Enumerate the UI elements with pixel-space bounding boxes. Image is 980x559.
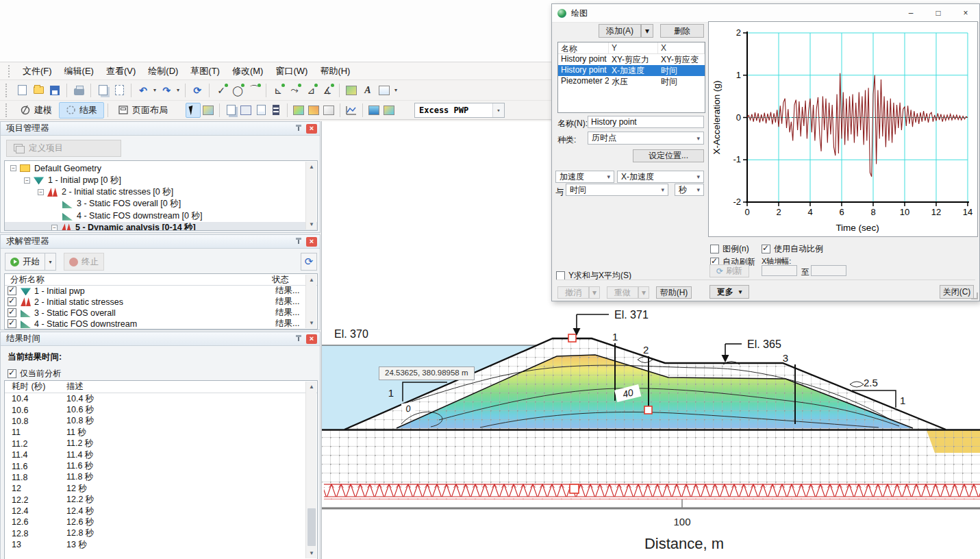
column-x[interactable]: X xyxy=(658,42,705,53)
start-solve-button[interactable]: 开始 ▾ xyxy=(5,253,56,271)
select-cursor-button[interactable] xyxy=(186,103,201,118)
column-name[interactable]: 名称 xyxy=(558,42,609,53)
scroll-thumb[interactable] xyxy=(307,508,316,546)
x-range-to-input[interactable] xyxy=(811,265,846,276)
water-table-button[interactable] xyxy=(366,103,381,118)
draw-regions-button[interactable]: ✓ xyxy=(213,82,229,99)
undo-dropdown[interactable]: ▾ xyxy=(589,286,600,299)
tree-expander-icon[interactable]: − xyxy=(38,189,44,195)
history-point-marker-crest[interactable] xyxy=(568,334,576,342)
graph-row[interactable]: Piezometer 2水压时间 xyxy=(558,76,705,87)
analysis-row[interactable]: 1 - Initial pwp结果... xyxy=(5,286,317,297)
add-graph-dropdown[interactable]: ▾ xyxy=(641,24,653,38)
tree-expander-icon[interactable]: − xyxy=(10,165,16,171)
column-elapsed-time[interactable]: 耗时 (秒) xyxy=(12,381,66,393)
tree-scrollbar[interactable]: ▲ ▼ xyxy=(305,162,316,229)
analysis-row[interactable]: 4 - Static FOS downstream结果... xyxy=(5,319,317,330)
open-file-button[interactable] xyxy=(30,82,47,99)
column-status[interactable]: 状态 xyxy=(272,274,289,286)
time-step-row[interactable]: 10.610.6 秒 xyxy=(5,404,317,415)
menu-modify[interactable]: 修改(M) xyxy=(226,62,270,80)
analysis-checkbox[interactable] xyxy=(8,297,16,306)
tree-item[interactable]: 3 - Static FOS overall [0 秒] xyxy=(5,198,317,210)
add-graph-button[interactable]: 添加(A) xyxy=(599,24,641,38)
pin-icon[interactable] xyxy=(294,237,303,247)
time-step-row[interactable]: 1313 秒 xyxy=(5,539,317,550)
redo-dropdown[interactable]: ▾ xyxy=(175,87,181,93)
close-button[interactable]: 关闭(C) xyxy=(940,285,974,299)
time-step-row[interactable]: 1111 秒 xyxy=(5,427,317,438)
draw-circle-button[interactable]: ◯ xyxy=(229,82,246,99)
analysis-checkbox[interactable] xyxy=(8,286,16,295)
scroll-down-icon[interactable]: ▼ xyxy=(306,548,317,558)
tree-item[interactable]: −1 - Initial pwp [0 秒] xyxy=(5,174,317,186)
graph-row[interactable]: History pointX-加速度时间 xyxy=(558,65,705,76)
sketch-axes-button[interactable]: ⊾ xyxy=(270,82,286,99)
history-point-marker-base[interactable] xyxy=(570,484,579,493)
refresh-analyses-button[interactable]: ⟳ xyxy=(301,253,317,271)
name-input[interactable]: History point xyxy=(588,116,704,128)
time-step-row[interactable]: 10.810.8 秒 xyxy=(5,416,317,427)
time-step-row[interactable]: 12.812.8 秒 xyxy=(5,528,317,539)
copy-drawing-button[interactable] xyxy=(223,103,238,118)
analysis-checkbox[interactable] xyxy=(8,319,16,328)
only-current-analysis-checkbox[interactable]: 仅当前分析 xyxy=(8,368,61,380)
menu-draw[interactable]: 绘制(D) xyxy=(142,62,184,80)
analysis-row[interactable]: 2 - Initial static stresses结果... xyxy=(5,297,317,308)
time-step-row[interactable]: 12.412.4 秒 xyxy=(5,506,317,517)
time-step-row[interactable]: 11.811.8 秒 xyxy=(5,472,317,483)
undo-button[interactable]: ↶ xyxy=(135,82,151,99)
pin-icon[interactable] xyxy=(294,334,303,344)
history-point-marker-mid[interactable] xyxy=(644,406,652,414)
animation-button[interactable] xyxy=(268,103,284,118)
time-step-row[interactable]: 11.611.6 秒 xyxy=(5,460,317,471)
scroll-down-icon[interactable]: ▼ xyxy=(306,318,317,328)
add-picture-button[interactable] xyxy=(343,82,360,99)
scroll-up-icon[interactable]: ▲ xyxy=(306,162,317,172)
start-dropdown[interactable]: ▾ xyxy=(45,253,55,270)
analysis-scrollbar[interactable]: ▲ ▼ xyxy=(305,275,316,328)
tree-item[interactable]: −2 - Initial static stresses [0 秒] xyxy=(5,186,317,198)
stop-solve-button[interactable]: 终止 xyxy=(64,253,104,271)
close-panel-button[interactable]: × xyxy=(306,237,317,247)
help-button[interactable]: 帮助(H) xyxy=(656,286,692,299)
paste-button[interactable] xyxy=(111,82,127,99)
time-step-row[interactable]: 11.211.2 秒 xyxy=(5,438,317,449)
scroll-up-icon[interactable]: ▲ xyxy=(306,382,317,392)
time-scrollbar[interactable]: ▲ ▼ xyxy=(305,382,316,558)
set-location-button[interactable]: 设定位置... xyxy=(633,149,704,162)
refresh-graph-button[interactable]: ⟳刷新 xyxy=(709,264,749,277)
time-step-row[interactable]: 10.410.4 秒 xyxy=(5,393,317,404)
auto-scale-checkbox[interactable]: 使用自动比例 xyxy=(762,243,823,255)
add-graph-dropdown[interactable]: ▾ xyxy=(392,87,399,93)
legend-checkbox[interactable]: 图例(n) xyxy=(710,243,749,255)
time-step-row[interactable]: 12.212.2 秒 xyxy=(5,495,317,506)
graph-row[interactable]: History point ...XY-剪应力XY-剪应变 xyxy=(558,54,705,65)
copy-button[interactable] xyxy=(95,82,111,99)
graph-list[interactable]: 名称 Y X History point ...XY-剪应力XY-剪应变Hist… xyxy=(557,42,705,113)
tree-item[interactable]: −Default Geometry xyxy=(5,162,317,174)
draw-contours-button[interactable] xyxy=(291,103,306,118)
x-quantity-select[interactable]: 时间▾ xyxy=(566,184,668,196)
sketch-angle-button[interactable]: ∡ xyxy=(319,82,336,99)
mode-page-layout-button[interactable]: 页面布局 xyxy=(112,102,175,119)
menu-edit[interactable]: 编辑(E) xyxy=(58,62,100,80)
redo-button[interactable]: ↷ xyxy=(158,82,175,99)
analysis-checkbox[interactable] xyxy=(8,308,16,317)
draw-graph-dialog[interactable]: 绘图 – □ × 添加(A) ▾ 删除 名称 Y X History point… xyxy=(551,3,980,301)
redo-dropdown[interactable]: ▾ xyxy=(638,286,649,299)
close-dialog-button[interactable]: × xyxy=(952,4,979,22)
more-button[interactable]: 更多▾ xyxy=(709,285,749,299)
pin-icon[interactable] xyxy=(294,124,303,134)
sketch-polyline-button[interactable]: ⤳ xyxy=(286,82,303,99)
close-panel-button[interactable]: × xyxy=(306,334,317,344)
mode-results-button[interactable]: 结果 xyxy=(59,102,104,119)
time-step-row[interactable]: 1212 秒 xyxy=(5,483,317,494)
report-button[interactable] xyxy=(253,103,268,118)
time-step-row[interactable]: 11.411.4 秒 xyxy=(5,449,317,460)
resize-grip[interactable] xyxy=(971,293,978,299)
window-layout-button[interactable] xyxy=(238,103,253,118)
add-graph-button[interactable] xyxy=(376,82,392,99)
zoom-region-button[interactable] xyxy=(201,103,216,118)
y-component-select[interactable]: X-加速度▾ xyxy=(617,171,704,183)
